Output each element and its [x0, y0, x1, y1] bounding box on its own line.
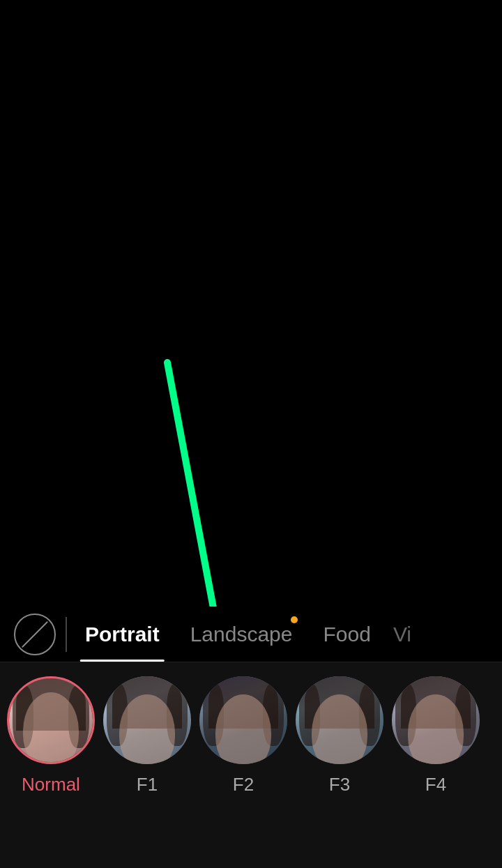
filter-f1[interactable]: F1: [103, 676, 191, 795]
filter-thumb-f4: [392, 676, 480, 764]
tab-portrait-label: Portrait: [85, 623, 160, 646]
filter-label-f2: F2: [233, 774, 254, 795]
tab-divider: [66, 617, 67, 652]
tab-food[interactable]: Food: [307, 607, 386, 662]
filter-label-f3: F3: [329, 774, 350, 795]
filter-label-f4: F4: [425, 774, 446, 795]
tab-landscape[interactable]: Landscape: [175, 607, 308, 662]
filter-normal[interactable]: Normal: [7, 676, 95, 795]
tab-landscape-label: Landscape: [190, 623, 293, 646]
filter-thumbnails-row: Normal F1 F2: [0, 662, 502, 868]
filter-label-f1: F1: [137, 774, 158, 795]
filter-f2[interactable]: F2: [199, 676, 287, 795]
tab-video-partial[interactable]: Vi: [386, 607, 418, 662]
tab-video-label: Vi: [393, 623, 411, 646]
filter-thumb-f2: [199, 676, 287, 764]
camera-viewfinder: [0, 0, 502, 607]
filter-category-tabs: Portrait Landscape Food Vi: [0, 607, 502, 662]
filter-thumb-f1: [103, 676, 191, 764]
filter-f4[interactable]: F4: [392, 676, 480, 795]
filter-f3[interactable]: F3: [296, 676, 383, 795]
tab-food-label: Food: [323, 623, 370, 646]
filter-label-normal: Normal: [22, 774, 80, 795]
landscape-dot: [291, 616, 298, 623]
no-filter-tab[interactable]: [14, 614, 56, 655]
filter-thumb-normal: [7, 676, 95, 764]
filter-thumb-f3: [296, 676, 383, 764]
tab-portrait[interactable]: Portrait: [70, 607, 175, 662]
